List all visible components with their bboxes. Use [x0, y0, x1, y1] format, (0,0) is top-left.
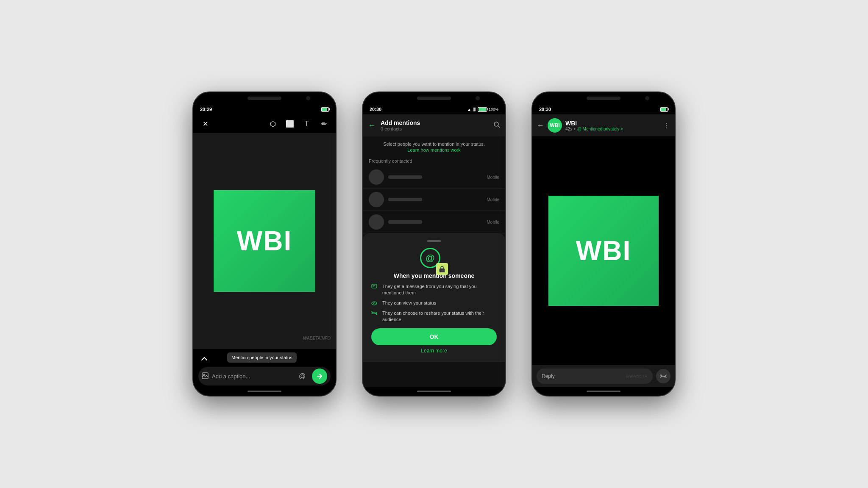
phone2-info: Select people you want to mention in you…	[363, 136, 505, 156]
reshare-icon	[371, 311, 378, 317]
wbi-image-3: WBI	[548, 196, 659, 306]
send-button[interactable]	[312, 369, 327, 384]
contact-type-3: Mobile	[487, 220, 499, 225]
gallery-icon	[202, 372, 209, 380]
phone3-title-block: WBI 42s • @ Mentioned privately >	[565, 120, 659, 131]
text-icon[interactable]: T	[300, 117, 314, 130]
contact-avatar-3	[369, 214, 384, 230]
overflow-menu-button[interactable]: ⋮	[663, 122, 670, 130]
contact-name-2	[388, 198, 422, 201]
contact-type-2: Mobile	[487, 197, 499, 202]
header-title-2: Add mentions	[381, 119, 488, 126]
svg-point-10	[372, 302, 377, 305]
volume-up-button	[336, 156, 337, 173]
image-preview-area: WBI WABETAINFO	[193, 133, 336, 349]
info-text-2: Select people you want to mention in you…	[369, 141, 499, 147]
contact-item-3[interactable]: Mobile	[363, 211, 505, 233]
caption-bar: Add a caption... @	[198, 367, 331, 385]
view-icon	[371, 300, 378, 307]
volume-down-button	[336, 177, 337, 194]
sheet-title: When you mention someone	[371, 272, 497, 279]
home-bar-2	[417, 391, 451, 392]
sheet-item-3: They can choose to reshare your status w…	[371, 310, 497, 323]
reshare-button[interactable]	[656, 369, 670, 383]
home-indicator-1	[193, 387, 336, 396]
svg-line-3	[498, 126, 500, 128]
battery-icon-1	[321, 107, 329, 112]
phone3-header: ← WBI WBI 42s • @ Mentioned privately > …	[532, 114, 675, 136]
reply-input[interactable]: Reply GWABETA	[537, 369, 653, 384]
status-time-2: 20:30	[370, 107, 381, 112]
close-button[interactable]: ✕	[198, 117, 212, 130]
message-icon	[371, 284, 378, 290]
phone1-bottom-bar: Mention people in your status Add a capt…	[193, 349, 336, 387]
wbi-logo-3: WBI	[576, 235, 631, 266]
svg-rect-7	[372, 284, 377, 288]
contact-avatar-2	[369, 192, 384, 207]
learn-mentions-link[interactable]: Learn how mentions work	[369, 147, 499, 152]
tooltip-area: Mention people in your status	[198, 352, 331, 365]
mention-tooltip: Mention people in your status	[227, 352, 297, 363]
gwabeta-watermark: GWABETA	[626, 374, 648, 378]
signal-icon: |||	[473, 107, 476, 111]
phone1-toolbar: ✕ ⬡ ⬜ T ✏	[193, 114, 336, 133]
watermark-1: WABETAINFO	[303, 336, 331, 341]
phone-1: 20:29 ✕ ⬡ ⬜ T ✏ WBI WABETAINFO	[192, 92, 337, 396]
contact-info-2	[388, 198, 483, 201]
status-icons-3	[660, 107, 668, 112]
status-icons-1	[321, 107, 329, 112]
caption-input[interactable]: Add a caption...	[212, 373, 292, 380]
phone3-content: WBI	[532, 136, 675, 365]
contact-list: Mobile Mobile Mobile	[363, 166, 505, 233]
toolbar-icons: ⬡ ⬜ T ✏	[266, 117, 331, 130]
status-bar-2: 20:30 ▲ ||| 100%	[363, 104, 505, 114]
sheet-item-text-1: They get a message from you saying that …	[382, 283, 497, 297]
sticker-icon[interactable]: ⬡	[266, 117, 280, 130]
back-button-3[interactable]: ←	[537, 121, 544, 130]
home-bar-1	[248, 391, 281, 392]
phone3-sub-info: 42s • @ Mentioned privately >	[565, 127, 659, 131]
status-time-1: 20:29	[200, 107, 212, 112]
phone1-screen: ✕ ⬡ ⬜ T ✏ WBI WABETAINFO Mention people …	[193, 114, 336, 387]
draw-icon[interactable]: ✏	[317, 117, 331, 130]
mention-icon-area: @	[371, 248, 497, 268]
battery-icon-2	[478, 107, 487, 112]
contact-item-1[interactable]: Mobile	[363, 166, 505, 189]
mentioned-privately-badge[interactable]: @ Mentioned privately >	[577, 127, 623, 131]
battery-fill-3	[661, 108, 666, 111]
svg-rect-0	[202, 373, 208, 379]
reply-placeholder: Reply	[542, 373, 555, 379]
wifi-icon: ▲	[467, 107, 471, 112]
crop-icon[interactable]: ⬜	[283, 117, 297, 130]
phone2-header: ← Add mentions 0 contacts	[363, 114, 505, 136]
home-indicator-2	[363, 387, 505, 396]
header-subtitle-2: 0 contacts	[381, 126, 488, 131]
sheet-item-text-2: They can view your status	[382, 300, 436, 306]
at-lock-icon-group: @	[420, 248, 448, 268]
lock-icon	[436, 263, 448, 275]
phone-notch-1	[193, 92, 336, 104]
status-bar-1: 20:29	[193, 104, 336, 114]
phone3-bottom-bar: Reply GWABETA	[532, 365, 675, 387]
battery-fill-1	[322, 108, 327, 111]
phone-notch-3	[532, 92, 675, 104]
power-button-3	[531, 169, 532, 194]
learn-more-link[interactable]: Learn more	[371, 348, 497, 354]
front-camera-3	[645, 96, 649, 100]
power-button-1	[192, 169, 193, 194]
mention-at-button[interactable]: @	[296, 370, 309, 383]
wbi-logo-1: WBI	[237, 225, 292, 257]
phone3-screen: ← WBI WBI 42s • @ Mentioned privately > …	[532, 114, 675, 387]
front-camera-2	[476, 96, 480, 100]
back-button-2[interactable]: ←	[368, 121, 376, 130]
svg-point-11	[373, 302, 375, 304]
frequently-contacted-label: Frequently contacted	[363, 156, 505, 166]
mention-info-sheet: @ When you mention someone	[363, 233, 505, 362]
status-bar-3: 20:30	[532, 104, 675, 114]
ok-button[interactable]: OK	[371, 328, 497, 345]
phone3-contact-name: WBI	[565, 120, 659, 127]
chevron-up-icon	[198, 353, 210, 365]
phone2-screen: ← Add mentions 0 contacts Select people …	[363, 114, 505, 387]
search-button-2[interactable]	[493, 121, 500, 130]
contact-item-2[interactable]: Mobile	[363, 189, 505, 211]
